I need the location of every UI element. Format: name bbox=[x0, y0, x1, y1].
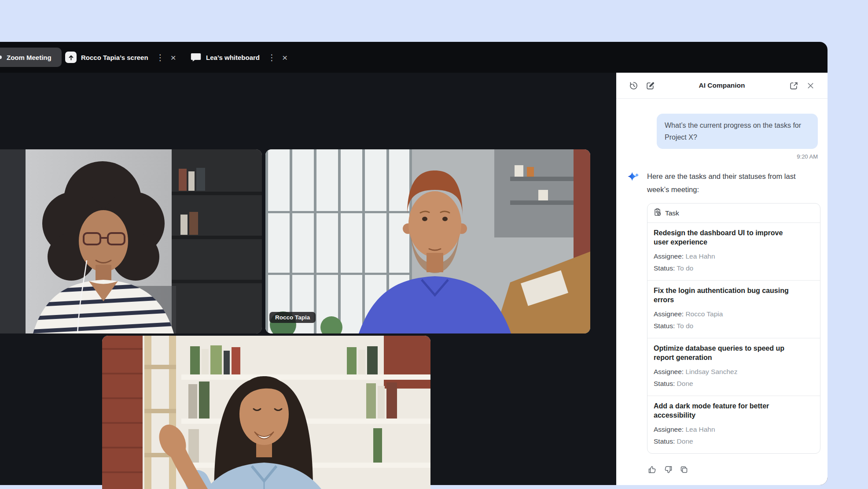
copy-icon[interactable] bbox=[679, 464, 689, 475]
task-title: Redesign the dashboard UI to improve use… bbox=[654, 228, 790, 247]
ai-companion-header: AI Companion bbox=[616, 73, 828, 99]
tab-rocco-screen[interactable]: Rocco Tapia’s screen ⋮ × bbox=[65, 48, 177, 67]
rocco-video-placeholder bbox=[265, 149, 590, 333]
close-icon[interactable]: × bbox=[170, 53, 177, 62]
feedback-actions bbox=[647, 464, 820, 475]
task-title: Optimize database queries to speed up re… bbox=[654, 344, 790, 362]
assignee-label: Assignee: bbox=[654, 426, 684, 433]
message-timestamp: 9:20 AM bbox=[627, 153, 818, 160]
status-label: Status: bbox=[654, 380, 675, 387]
thumbs-down-icon[interactable] bbox=[663, 464, 673, 475]
status-value: To do bbox=[677, 322, 693, 330]
meeting-stage: ez bbox=[0, 73, 616, 485]
video-tile-lea[interactable]: Lea Hahn bbox=[102, 336, 430, 489]
assignee-value: Lea Hahn bbox=[685, 426, 715, 433]
whiteboard-icon bbox=[190, 52, 202, 63]
assistant-message: Here are the tasks and their statuses fr… bbox=[627, 170, 818, 475]
status-value: To do bbox=[677, 264, 693, 272]
video-tile-lindsay[interactable]: ez bbox=[0, 149, 262, 333]
task-title: Fix the login authentication bug causing… bbox=[654, 286, 790, 304]
task-item: Optimize database queries to speed up re… bbox=[647, 338, 820, 396]
user-message-bubble: What’s the current progress on the tasks… bbox=[657, 114, 818, 149]
video-tile-rocco[interactable]: Rocco Tapia bbox=[265, 149, 590, 333]
tab-rocco-screen-label: Rocco Tapia’s screen bbox=[81, 54, 148, 61]
ai-companion-panel: AI Companion What’s the current progress… bbox=[616, 73, 828, 485]
status-label: Status: bbox=[654, 322, 675, 330]
task-item: Redesign the dashboard UI to improve use… bbox=[647, 223, 820, 281]
task-item: Fix the login authentication bug causing… bbox=[647, 281, 820, 338]
history-icon[interactable] bbox=[629, 81, 638, 90]
assistant-message-text: Here are the tasks and their statuses fr… bbox=[647, 170, 802, 196]
lindsay-video-placeholder bbox=[0, 149, 262, 333]
tab-lea-whiteboard[interactable]: Lea’s whiteboard ⋮ × bbox=[190, 48, 288, 67]
screen-share-icon bbox=[65, 52, 77, 63]
status-value: Done bbox=[677, 437, 693, 445]
tab-lea-whiteboard-label: Lea’s whiteboard bbox=[206, 54, 260, 61]
thumbs-up-icon[interactable] bbox=[647, 464, 658, 475]
close-icon[interactable]: × bbox=[281, 53, 288, 62]
assistant-message-content: Here are the tasks and their statuses fr… bbox=[647, 170, 820, 475]
participant-name-label: Rocco Tapia bbox=[269, 312, 316, 323]
task-card-header: Task bbox=[647, 204, 820, 223]
assignee-value: Lindsay Sanchez bbox=[685, 368, 737, 375]
assignee-value: Lea Hahn bbox=[685, 252, 715, 260]
zoom-app-window: Zoom Meeting Rocco Tapia’s screen ⋮ × Le… bbox=[0, 42, 828, 485]
assignee-label: Assignee: bbox=[654, 310, 684, 318]
task-clipboard-icon bbox=[653, 208, 662, 218]
ai-companion-chat: What’s the current progress on the tasks… bbox=[616, 99, 828, 475]
assignee-label: Assignee: bbox=[654, 368, 684, 375]
desktop-background: Zoom Meeting Rocco Tapia’s screen ⋮ × Le… bbox=[0, 0, 868, 489]
tab-zoom-meeting-label: Zoom Meeting bbox=[7, 54, 51, 61]
tab-zoom-meeting[interactable]: Zoom Meeting bbox=[0, 48, 62, 67]
task-card-title: Task bbox=[665, 209, 679, 217]
active-tab-dot bbox=[0, 56, 2, 59]
task-item: Add a dark mode feature for better acces… bbox=[647, 396, 820, 453]
pop-out-icon[interactable] bbox=[789, 81, 798, 90]
header-right-actions bbox=[789, 81, 815, 90]
assignee-label: Assignee: bbox=[654, 252, 684, 260]
task-title: Add a dark mode feature for better acces… bbox=[654, 401, 790, 420]
lea-video-placeholder bbox=[102, 336, 430, 489]
status-value: Done bbox=[677, 380, 693, 387]
assignee-value: Rocco Tapia bbox=[685, 310, 723, 318]
status-label: Status: bbox=[654, 264, 675, 272]
close-panel-icon[interactable] bbox=[805, 81, 815, 90]
ai-companion-sparkle-icon bbox=[627, 170, 640, 184]
new-chat-icon[interactable] bbox=[645, 81, 655, 90]
kebab-icon[interactable]: ⋮ bbox=[155, 53, 166, 62]
status-label: Status: bbox=[654, 437, 675, 445]
task-card: Task Redesign the dashboard UI to improv… bbox=[647, 203, 820, 454]
tab-bar: Zoom Meeting Rocco Tapia’s screen ⋮ × Le… bbox=[0, 42, 828, 73]
header-left-actions bbox=[629, 81, 655, 90]
kebab-icon[interactable]: ⋮ bbox=[267, 53, 277, 62]
